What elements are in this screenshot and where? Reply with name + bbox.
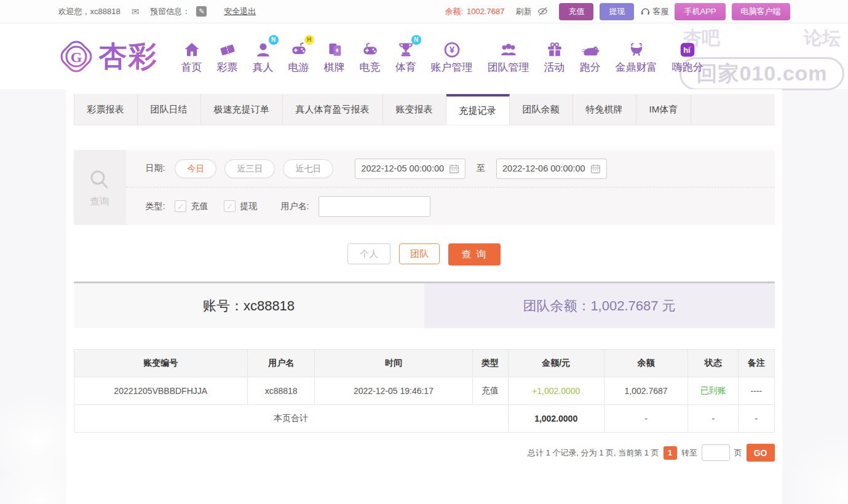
col-amount: 金额/元 (508, 350, 604, 377)
cell-type: 充值 (472, 377, 508, 405)
account-summary-bar: 账号：xc88818 团队余额：1,002.7687 元 (74, 283, 775, 328)
nav-item-team-management[interactable]: 团队管理 (481, 38, 536, 74)
pc-client-button[interactable]: 电脑客户端 (732, 3, 790, 20)
type-filter-row: 类型: ✓ 充值 ✓ 提现 用户名: (126, 187, 775, 225)
calendar-icon (449, 163, 459, 174)
range-7days-button[interactable]: 近七日 (283, 159, 333, 178)
go-button[interactable]: GO (747, 444, 775, 462)
tab-im-sports[interactable]: IM体育 (636, 94, 692, 125)
cell-amount: +1,002.0000 (508, 377, 604, 405)
summary-amount: 1,002.0000 (508, 405, 604, 433)
col-time: 时间 (315, 350, 472, 377)
nav-item-sports[interactable]: N 体育 (389, 38, 422, 74)
nav-item-esports[interactable]: 电竞 (354, 38, 387, 74)
query-button[interactable]: 查 询 (448, 243, 500, 266)
col-remark: 备注 (739, 350, 774, 377)
watermark-text-right: 论坛 (804, 26, 841, 51)
summary-status: - (688, 405, 739, 433)
edit-icon[interactable]: ✎ (196, 6, 207, 17)
calendar-icon (590, 163, 601, 174)
tab-lottery-report[interactable]: 彩票报表 (74, 94, 138, 125)
site-header: 杏吧 论坛 回家010.com G 杏彩 首页 (0, 23, 848, 89)
sports-trophy-icon: N (397, 38, 415, 59)
logout-link[interactable]: 安全退出 (224, 6, 256, 17)
ding-icon (627, 38, 646, 59)
checkbox-box: ✓ (175, 200, 186, 212)
col-status: 状态 (688, 350, 739, 377)
username-label: 用户名: (280, 201, 309, 212)
hi-icon: hi (678, 38, 697, 59)
nav-item-lottery[interactable]: 彩票 (211, 38, 244, 74)
tab-fast-orders[interactable]: 极速充提订单 (201, 94, 283, 125)
welcome-text: 欢迎您，xc88818 (58, 6, 121, 17)
summary-remark: - (739, 405, 774, 433)
team-button[interactable]: 团队 (399, 243, 440, 264)
search-panel: 查询 日期: 今日 近三日 近七日 2022-12-05 00:00:00 至 … (74, 150, 775, 225)
col-type: 类型 (472, 350, 508, 377)
range-today-button[interactable]: 今日 (175, 159, 216, 178)
table-header-row: 账变编号 用户名 时间 类型 金额/元 余额 状态 备注 (74, 350, 774, 377)
page-unit-label: 页 (734, 447, 742, 459)
date-filter-row: 日期: 今日 近三日 近七日 2022-12-05 00:00:00 至 202… (126, 150, 775, 187)
col-balance: 余额 (604, 350, 688, 377)
type-label: 类型: (146, 201, 165, 212)
tab-deposit-withdraw-records[interactable]: 充提记录 (446, 94, 510, 125)
topbar: 欢迎您，xc88818 ✉ 预留信息： ✎ 安全退出 余额: 1002.7687… (0, 0, 848, 23)
mobile-app-button[interactable]: 手机APP (675, 3, 725, 20)
summary-label: 本页合计 (74, 405, 508, 433)
type-deposit-checkbox[interactable]: ✓ 充值 (175, 200, 208, 212)
nav-item-jinding[interactable]: 金鼎财富 (609, 38, 664, 74)
cell-status: 已到账 (688, 377, 739, 405)
type-withdraw-checkbox[interactable]: ✓ 提现 (224, 200, 257, 212)
date-from-input[interactable]: 2022-12-05 00:00:00 (355, 159, 466, 179)
current-page-button[interactable]: 1 (664, 446, 677, 460)
withdraw-button[interactable]: 提现 (600, 3, 634, 20)
nav-item-cards[interactable]: 棋牌 (318, 38, 351, 74)
live-person-icon: N (254, 38, 272, 59)
balance-value: 1002.7687 (467, 7, 504, 16)
service-link[interactable]: 客服 (640, 6, 668, 17)
cards-icon (325, 38, 344, 59)
cell-remark: ---- (739, 377, 774, 405)
svg-text:¥: ¥ (449, 45, 454, 55)
date-label: 日期: (146, 163, 165, 174)
username-input[interactable] (319, 196, 430, 217)
deposit-button[interactable]: 充值 (559, 3, 593, 20)
reserved-info-label: 预留信息： (150, 6, 190, 17)
gift-icon (545, 38, 564, 59)
site-logo[interactable]: G 杏彩 (58, 37, 158, 76)
tab-team-daily[interactable]: 团队日结 (138, 94, 201, 125)
range-3days-button[interactable]: 近三日 (224, 159, 275, 178)
account-number: 账号：xc88818 (74, 283, 424, 328)
summary-balance: - (604, 405, 688, 433)
logo-flower-icon: G (58, 39, 94, 74)
goto-page-input[interactable] (702, 444, 730, 461)
cell-balance: 1,002.7687 (604, 377, 688, 405)
tab-account-change[interactable]: 账变报表 (383, 94, 446, 125)
home-icon (183, 38, 201, 59)
svg-text:G: G (70, 49, 82, 65)
tab-live-sports-pl[interactable]: 真人体育盈亏报表 (283, 94, 383, 125)
refresh-link[interactable]: 刷新 (515, 6, 531, 17)
nav-item-home[interactable]: 首页 (175, 38, 208, 74)
tab-tetu-cards[interactable]: 特兔棋牌 (573, 94, 636, 125)
message-envelope-icon[interactable]: ✉ (132, 6, 140, 17)
table-summary-row: 本页合计 1,002.0000 - - - (74, 405, 774, 433)
personal-button[interactable]: 个人 (347, 243, 390, 264)
nav-item-hipaofen[interactable]: hi 嗨跑分 (666, 38, 710, 74)
nav-item-account-management[interactable]: ¥ 账户管理 (425, 38, 479, 74)
pagination: 总计 1 个记录, 分为 1 页, 当前第 1 页 1 转至 页 GO (74, 444, 775, 462)
eye-slash-icon[interactable] (537, 6, 548, 17)
nav-item-egame[interactable]: H 电游 (282, 38, 315, 74)
date-to-input[interactable]: 2022-12-06 00:00:00 (496, 159, 607, 179)
nav-item-live[interactable]: N 真人 (247, 38, 280, 74)
main-nav: 首页 彩票 N 真人 H 电游 (175, 38, 710, 74)
action-buttons: 个人 团队 查 询 (74, 243, 775, 266)
nav-item-paofen[interactable]: 跑分 (574, 38, 607, 74)
nav-item-activity[interactable]: 活动 (538, 38, 571, 74)
tab-team-balance[interactable]: 团队余额 (510, 94, 573, 125)
account-coin-icon: ¥ (443, 38, 461, 59)
rhino-icon (581, 38, 600, 59)
badge-n: N (411, 35, 421, 45)
col-change-id: 账变编号 (74, 350, 247, 377)
